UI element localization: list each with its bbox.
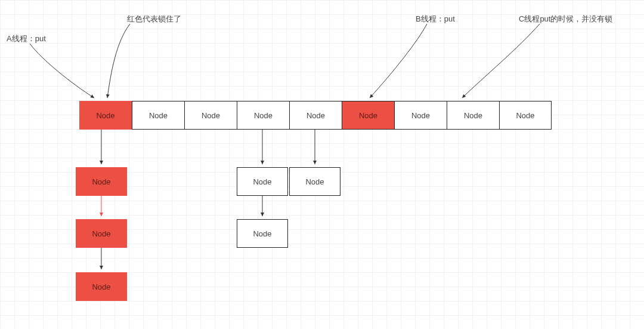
- arrow-midL-to-below: [260, 196, 266, 219]
- chain-a-node-1: Node: [76, 219, 127, 248]
- node-label: Node: [305, 177, 324, 186]
- node-label: Node: [253, 229, 271, 238]
- node-label: Node: [359, 111, 377, 120]
- node-label: Node: [411, 111, 430, 120]
- node-label: Node: [202, 111, 220, 120]
- mid-pair-right: Node: [289, 167, 340, 196]
- mid-pair-left: Node: [237, 167, 288, 196]
- thread-b-annotation: B线程：put: [416, 14, 455, 24]
- arrow-top-to-chainA0: [99, 130, 105, 167]
- chain-a-node-2: Node: [76, 272, 127, 301]
- node-label: Node: [253, 177, 271, 186]
- node-label: Node: [96, 111, 114, 120]
- top-cell-4: Node: [289, 101, 342, 130]
- arrow-chainA0-to-chainA1: [99, 196, 105, 219]
- node-label: Node: [149, 111, 168, 120]
- top-cell-1: Node: [132, 101, 184, 130]
- top-cell-8: Node: [499, 101, 552, 130]
- node-label: Node: [254, 111, 273, 120]
- node-label: Node: [464, 111, 482, 120]
- mid-below: Node: [237, 219, 288, 248]
- node-label: Node: [92, 177, 110, 186]
- arrow-top4-to-midR: [312, 130, 318, 167]
- node-label: Node: [516, 111, 534, 120]
- top-cell-7: Node: [447, 101, 499, 130]
- top-cell-0: Node: [79, 101, 132, 130]
- thread-a-annotation: A线程：put: [7, 33, 46, 44]
- chain-a-node-0: Node: [76, 167, 127, 196]
- node-label: Node: [306, 111, 325, 120]
- top-cell-5: Node: [342, 101, 394, 130]
- node-label: Node: [92, 282, 110, 291]
- locked-meaning-annotation: 红色代表锁住了: [127, 14, 181, 24]
- top-cell-3: Node: [237, 101, 289, 130]
- thread-c-annotation: C线程put的时候，并没有锁: [519, 14, 612, 24]
- arrow-chainA1-to-chainA2: [99, 248, 105, 272]
- top-cell-6: Node: [394, 101, 447, 130]
- arrow-top3-to-midL: [260, 130, 266, 167]
- node-label: Node: [92, 229, 110, 238]
- top-cell-2: Node: [184, 101, 237, 130]
